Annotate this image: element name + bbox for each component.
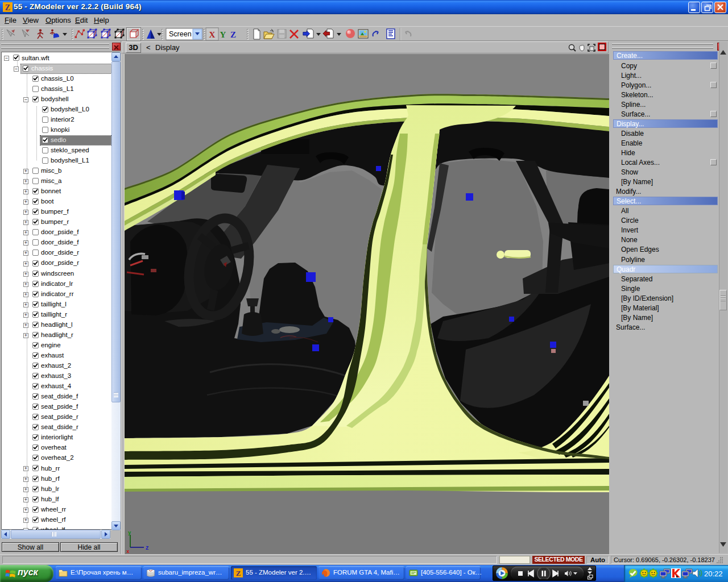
svg-text:Z: Z bbox=[236, 569, 241, 577]
svg-text:Z: Z bbox=[5, 3, 10, 12]
svg-text:Y: Y bbox=[220, 30, 226, 39]
svg-text:Z: Z bbox=[146, 546, 148, 551]
svg-text:y: y bbox=[128, 530, 131, 536]
svg-text:x: x bbox=[126, 549, 130, 554]
svg-text:X: X bbox=[209, 30, 216, 39]
svg-text:Screen: Screen bbox=[169, 30, 192, 38]
svg-text:Z: Z bbox=[230, 30, 236, 39]
